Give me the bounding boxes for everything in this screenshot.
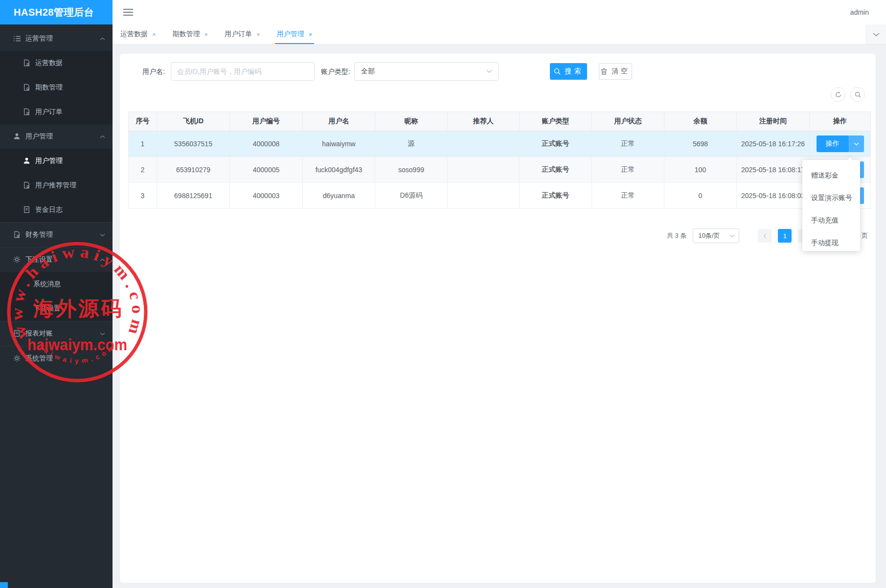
- username-input[interactable]: [171, 62, 315, 81]
- sidebar-item-user-mgmt[interactable]: 用户管理: [0, 124, 113, 149]
- sidebar-item-period-mgmt[interactable]: 期数管理: [0, 75, 113, 100]
- search-button-label: 搜索: [565, 67, 584, 76]
- prev-page-button[interactable]: [758, 229, 772, 243]
- top-header: admin: [113, 0, 886, 25]
- cell-nickname: D6源码: [375, 183, 448, 209]
- sidebar-item-report-reconciliation[interactable]: 报表对账: [0, 321, 113, 346]
- cell-balance: 5698: [664, 131, 737, 157]
- close-icon[interactable]: ×: [309, 31, 313, 38]
- action-split-button[interactable]: 操作: [817, 136, 864, 152]
- tab-operation-data[interactable]: 运营数据 ×: [119, 24, 157, 44]
- document-gear-icon: [23, 181, 31, 189]
- col-header: 序号: [129, 112, 157, 131]
- gear-icon: [13, 256, 21, 264]
- close-icon[interactable]: ×: [204, 31, 208, 38]
- tab-label: 运营数据: [120, 30, 148, 39]
- action-button-label[interactable]: 操作: [817, 136, 849, 152]
- cell-telegram-id: 5356037515: [157, 131, 230, 157]
- user-menu[interactable]: admin: [850, 0, 869, 24]
- col-header: 用户名: [303, 112, 375, 131]
- cell-nickname: 源: [375, 131, 448, 157]
- tab-overflow-button[interactable]: [866, 24, 886, 44]
- menu-item-manual-deposit[interactable]: 手动充值: [802, 209, 860, 231]
- sidebar-item-label: 资金日志: [35, 205, 63, 214]
- jump-page-suffix: 页: [862, 228, 868, 243]
- chevron-left-icon: [763, 233, 767, 239]
- col-header: 操作: [810, 112, 871, 131]
- account-type-value: 全部: [355, 67, 375, 76]
- sidebar-item-operations[interactable]: 运营管理: [0, 26, 113, 51]
- close-icon[interactable]: ×: [152, 31, 156, 38]
- search-icon: [855, 91, 861, 98]
- tab-user-mgmt[interactable]: 用户管理 ×: [276, 24, 314, 44]
- chevron-down-icon: [873, 32, 880, 37]
- cell-username: fuck004gdfgf43: [303, 157, 375, 183]
- chevron-down-icon[interactable]: [849, 136, 864, 152]
- table-row[interactable]: 3 6988125691 4000003 d6yuanma D6源码 正式账号 …: [129, 183, 871, 209]
- cell-account-type: 正式账号: [520, 183, 592, 209]
- sidebar-item-label: 下注设置: [25, 255, 53, 264]
- user-mgmt-panel: 用户名: 账户类型: 全部 搜索 清空: [120, 54, 876, 583]
- sidebar-menu: 运营管理 运营数据 期数管理 用户订单 用户管理: [0, 24, 113, 371]
- sidebar-item-label: 运营数据: [35, 59, 63, 68]
- chevron-down-icon: [100, 233, 105, 237]
- current-page-button[interactable]: 1: [778, 229, 792, 243]
- menu-item-gift-bonus[interactable]: 赠送彩金: [802, 164, 860, 186]
- search-button[interactable]: 搜索: [550, 63, 587, 80]
- cell-actions: 操作: [810, 131, 871, 157]
- app-logo: HASH28管理后台: [0, 0, 113, 24]
- sidebar-item-referral-mgmt[interactable]: 用户推荐管理: [0, 173, 113, 198]
- username-label: 用户名:: [142, 62, 165, 81]
- search-icon: [554, 68, 561, 75]
- tab-label: 用户管理: [277, 30, 304, 39]
- table-row[interactable]: 2 653910279 4000005 fuck004gdfgf43 soso9…: [129, 157, 871, 183]
- sidebar-item-bet-settings[interactable]: 下注设置: [0, 247, 113, 272]
- sidebar-item-bet-settings-child[interactable]: 下注设置: [0, 296, 113, 321]
- sidebar-item-label: 系统管理: [25, 354, 53, 363]
- sidebar-item-system-mgmt[interactable]: 系统管理: [0, 346, 113, 371]
- page-size-select[interactable]: 10条/页: [693, 228, 739, 243]
- col-header: 昵称: [375, 112, 448, 131]
- cell-telegram-id: 6988125691: [157, 183, 230, 209]
- sidebar-item-system-messages[interactable]: 系统消息: [0, 272, 113, 296]
- sidebar-item-user-mgmt-child[interactable]: 用户管理: [0, 149, 113, 173]
- column-search-button[interactable]: [850, 87, 865, 102]
- trash-icon: [601, 68, 607, 75]
- close-icon[interactable]: ×: [256, 31, 260, 38]
- cell-register-time: 2025-05-18 16:17:26: [737, 131, 810, 157]
- hamburger-menu-icon[interactable]: [123, 8, 133, 16]
- sidebar-corner-handle[interactable]: [0, 582, 8, 588]
- table-row[interactable]: 1 5356037515 4000008 haiwaiymw 源 正式账号 正常…: [129, 131, 871, 157]
- account-type-select[interactable]: 全部: [354, 62, 499, 81]
- clear-button[interactable]: 清空: [599, 63, 632, 80]
- sidebar-item-label: 用户管理: [35, 157, 63, 165]
- sidebar-item-label: 系统消息: [33, 280, 61, 289]
- cell-user-status: 正常: [592, 183, 664, 209]
- col-header: 注册时间: [737, 112, 810, 131]
- chevron-down-icon: [100, 332, 105, 336]
- tab-user-orders[interactable]: 用户订单 ×: [224, 24, 261, 44]
- tab-period-mgmt[interactable]: 期数管理 ×: [172, 24, 209, 44]
- cell-user-no: 4000005: [230, 157, 303, 183]
- cell-balance: 100: [664, 157, 737, 183]
- refresh-button[interactable]: [831, 87, 845, 102]
- cell-user-no: 4000008: [230, 131, 303, 157]
- menu-item-set-demo-account[interactable]: 设置演示账号: [802, 186, 860, 209]
- cell-account-type: 正式账号: [520, 157, 592, 183]
- pagination: 共 3 条 10条/页 1: [667, 228, 812, 243]
- chevron-down-icon: [486, 69, 492, 73]
- sidebar-item-user-orders[interactable]: 用户订单: [0, 100, 113, 124]
- sidebar-item-operation-data[interactable]: 运营数据: [0, 51, 113, 75]
- sidebar-item-fund-log[interactable]: 资金日志: [0, 198, 113, 222]
- sidebar-item-label: 财务管理: [25, 230, 53, 239]
- col-header: 推荐人: [448, 112, 520, 131]
- menu-item-manual-withdraw[interactable]: 手动提现: [802, 231, 860, 254]
- sidebar-item-finance-mgmt[interactable]: 财务管理: [0, 222, 113, 247]
- chevron-down-icon: [729, 234, 735, 238]
- col-header: 账户类型: [520, 112, 592, 131]
- col-header: 用户状态: [592, 112, 664, 131]
- cell-account-type: 正式账号: [520, 131, 592, 157]
- page-size-value: 10条/页: [693, 231, 720, 240]
- account-type-label: 账户类型:: [321, 62, 350, 81]
- sidebar-item-label: 期数管理: [35, 83, 63, 92]
